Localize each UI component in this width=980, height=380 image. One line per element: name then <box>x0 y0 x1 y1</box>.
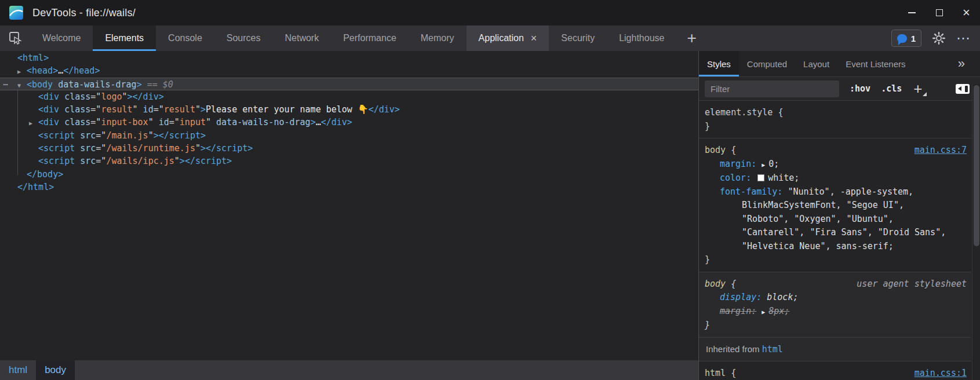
window-title: DevTools - file://wails/ <box>32 7 136 19</box>
css-selector[interactable]: html <box>705 367 726 380</box>
new-style-rule-plus-icon[interactable]: + <box>913 81 922 96</box>
more-panels-chevron-icon[interactable]: » <box>958 56 965 71</box>
breadcrumb-item-body[interactable]: body <box>36 360 75 380</box>
tab-sources[interactable]: Sources <box>214 25 273 51</box>
token-tag: > <box>311 117 316 127</box>
token-tag: <div <box>38 92 59 102</box>
more-tools-plus-icon[interactable]: + <box>687 30 696 46</box>
token-punct: " <box>174 156 180 166</box>
issues-counter-button[interactable]: 1 <box>891 30 921 47</box>
css-selector[interactable]: body <box>705 144 726 158</box>
token-attr: id <box>138 104 154 115</box>
breadcrumb-item-html[interactable]: html <box>0 360 36 380</box>
tab-elements[interactable]: Elements <box>93 25 156 51</box>
styles-sidebar: StylesComputedLayoutEvent Listeners» :ho… <box>698 51 980 380</box>
tab-performance[interactable]: Performance <box>331 25 409 51</box>
expand-arrow-icon[interactable]: ▶ <box>29 117 38 130</box>
close-tab-icon[interactable]: × <box>531 33 537 43</box>
token-val: /wails/ipc.js <box>106 156 174 166</box>
token-punct: =" <box>169 117 180 127</box>
issues-bubble-icon <box>897 34 907 43</box>
dom-tree-row[interactable]: ⋯▼<body data-wails-drag> == $0 <box>0 78 698 90</box>
token-tag: <head> <box>27 65 58 76</box>
scrollbar[interactable] <box>972 84 980 380</box>
settings-gear-icon[interactable] <box>932 31 946 45</box>
token-punct: " <box>195 143 201 154</box>
css-selector[interactable]: body <box>705 277 726 291</box>
token-val: result <box>164 104 195 115</box>
more-options-icon[interactable]: ⋯ <box>956 31 971 45</box>
tab-welcome[interactable]: Welcome <box>30 25 93 51</box>
css-selector[interactable]: element.style <box>705 106 773 120</box>
maximize-button[interactable] <box>926 0 953 25</box>
color-swatch[interactable] <box>757 174 764 181</box>
tab-lighthouse[interactable]: Lighthouse <box>607 25 676 51</box>
token-tag: <script <box>38 130 75 141</box>
token-tag: </head> <box>63 65 100 76</box>
token-tag: </script> <box>206 143 253 154</box>
dom-tree-row[interactable]: <html> <box>0 52 698 64</box>
token-tag: > <box>137 79 142 90</box>
dom-tree-row[interactable]: <script src="/main.js"></script> <box>0 129 698 142</box>
dom-tree-row[interactable]: <div class="result" id="result">Please e… <box>0 103 698 116</box>
stylesheet-source-link[interactable]: main.css:1 <box>915 367 967 380</box>
token-attr: class <box>59 104 90 115</box>
inherited-node-link[interactable]: html <box>762 344 783 355</box>
css-declaration[interactable]: margin: ▶ 8px; <box>705 305 971 319</box>
token-tag: <div <box>38 117 59 127</box>
tab-label: Sources <box>227 33 261 43</box>
token-attr: src <box>75 156 96 166</box>
styles-tab-layout[interactable]: Layout <box>795 51 837 76</box>
breadcrumb: htmlbody <box>0 360 698 380</box>
tab-label: Console <box>168 33 202 43</box>
css-declaration-continuation: "Helvetica Neue", sans-serif; <box>705 240 971 254</box>
scrollbar-thumb[interactable] <box>974 85 979 246</box>
token-tag: </div> <box>369 104 400 115</box>
token-text: … <box>316 117 321 127</box>
dom-tree-row[interactable]: <script src="/wails/runtime.js"></script… <box>0 142 698 155</box>
expand-value-arrow-icon[interactable]: ▶ <box>762 309 768 315</box>
dom-tree-row[interactable]: </body> <box>0 168 698 181</box>
class-toggle[interactable]: .cls <box>881 83 902 94</box>
styles-tab-event-listeners[interactable]: Event Listeners <box>837 51 913 76</box>
row-actions-icon[interactable]: ⋯ <box>3 78 8 91</box>
tool-tabs: WelcomeElementsConsoleSourcesNetworkPerf… <box>30 25 676 51</box>
token-punct: =" <box>96 156 106 166</box>
tab-security[interactable]: Security <box>549 25 607 51</box>
css-declaration[interactable]: font-family: "Nunito", -apple-system, <box>705 185 971 199</box>
dom-tree-row[interactable]: <script src="/wails/ipc.js"></script> <box>0 155 698 167</box>
close-button[interactable]: × <box>953 0 980 25</box>
styles-filter-input[interactable] <box>705 81 839 97</box>
dom-tree-row[interactable]: </html> <box>0 181 698 193</box>
computed-sidebar-toggle-icon[interactable] <box>956 84 970 94</box>
inspect-element-icon[interactable] <box>7 30 24 47</box>
token-punct: =" <box>90 117 101 127</box>
expand-arrow-icon[interactable]: ▶ <box>17 65 27 78</box>
css-declaration[interactable]: display: block; <box>705 291 971 305</box>
minimize-button[interactable] <box>898 0 926 25</box>
token-attr: src <box>75 143 96 154</box>
styles-tab-computed[interactable]: Computed <box>739 51 795 76</box>
tab-label: Performance <box>343 33 396 43</box>
token-tag: > <box>154 130 159 141</box>
tab-console[interactable]: Console <box>156 25 214 51</box>
tab-memory[interactable]: Memory <box>409 25 467 51</box>
dom-tree-row[interactable]: <div class="logo"></div> <box>0 90 698 103</box>
dom-tree-row[interactable]: ▶<head>…</head> <box>0 64 698 77</box>
tab-application[interactable]: Application× <box>467 25 549 51</box>
workspace: <html>▶<head>…</head>⋯▼<body data-wails-… <box>0 51 980 380</box>
token-tag: </div> <box>321 117 352 127</box>
pseudo-state-toggle[interactable]: :hov <box>850 83 870 94</box>
token-val: /wails/runtime.js <box>106 143 195 154</box>
styles-tab-styles[interactable]: Styles <box>699 51 739 76</box>
dom-tree-row[interactable]: ▶<div class="input-box" id="input" data-… <box>0 116 698 129</box>
tab-network[interactable]: Network <box>273 25 331 51</box>
token-punct: " <box>133 104 138 115</box>
css-declaration[interactable]: color: white; <box>705 171 971 185</box>
expand-value-arrow-icon[interactable]: ▶ <box>762 162 768 168</box>
token-punct: " <box>122 92 127 102</box>
css-declaration[interactable]: margin: ▶ 0; <box>705 158 971 172</box>
stylesheet-source-link[interactable]: main.css:7 <box>915 144 967 158</box>
token-text: … <box>58 65 63 76</box>
token-tag: <script <box>38 143 75 154</box>
